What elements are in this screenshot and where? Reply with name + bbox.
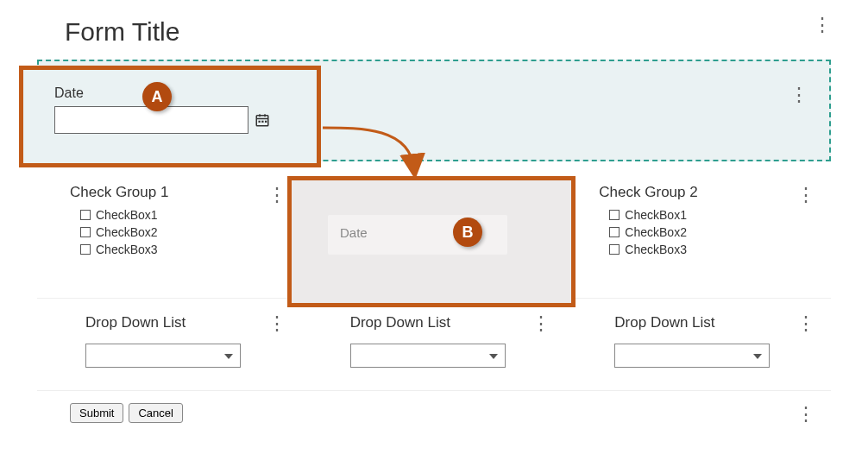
checkbox-label: CheckBox1	[96, 208, 158, 222]
calendar-icon[interactable]	[254, 111, 271, 129]
page-title: Form Title	[22, 9, 846, 60]
list-item[interactable]: CheckBox1	[80, 208, 269, 222]
dropdown-label: Drop Down List	[350, 314, 534, 331]
checkbox-label: CheckBox3	[625, 243, 687, 256]
group-menu-icon[interactable]	[796, 186, 808, 205]
dropdown-label: Drop Down List	[85, 314, 269, 331]
list-item[interactable]: CheckBox3	[609, 243, 798, 256]
group-title: Check Group 1	[70, 184, 269, 201]
checkbox-label: CheckBox3	[96, 243, 158, 256]
group-menu-icon[interactable]	[267, 186, 280, 205]
cancel-button[interactable]: Cancel	[129, 403, 182, 423]
checkbox-icon[interactable]	[80, 244, 91, 255]
checkbox-icon[interactable]	[609, 210, 620, 220]
list-item[interactable]: CheckBox3	[80, 243, 269, 256]
dropdown-select[interactable]	[350, 344, 506, 368]
dropdown-col-1: Drop Down List	[37, 299, 302, 383]
check-group-2: Check Group 2 CheckBox1 CheckBox2 CheckB…	[566, 172, 831, 272]
list-item[interactable]: CheckBox2	[80, 225, 269, 239]
ghost-field-label: Date	[340, 225, 368, 240]
submit-button[interactable]: Submit	[70, 403, 123, 423]
page-menu-icon[interactable]	[813, 16, 825, 35]
group-menu-icon[interactable]	[531, 314, 544, 333]
group-menu-icon[interactable]	[267, 314, 280, 333]
highlight-a: Date	[19, 66, 321, 167]
dropdown-select[interactable]	[85, 344, 241, 368]
footer-menu-icon[interactable]	[796, 405, 808, 424]
check-group-1: Check Group 1 CheckBox1 CheckBox2 CheckB…	[37, 172, 302, 272]
checkbox-icon[interactable]	[80, 227, 91, 237]
checkbox-label: CheckBox2	[625, 225, 687, 239]
group-menu-icon[interactable]	[796, 314, 808, 333]
checkbox-label: CheckBox1	[625, 208, 687, 222]
dropdown-col-3: Drop Down List	[566, 299, 831, 383]
dropdown-select[interactable]	[614, 344, 770, 368]
footer-row: Submit Cancel	[37, 390, 831, 432]
checkbox-icon[interactable]	[609, 244, 620, 255]
annotation-badge-b: B	[453, 218, 482, 247]
list-item[interactable]: CheckBox1	[609, 208, 798, 222]
dropdown-col-2: Drop Down List	[302, 299, 567, 383]
svg-rect-4	[259, 121, 261, 123]
annotation-badge-a: A	[142, 82, 172, 111]
checkbox-icon[interactable]	[80, 210, 91, 220]
date-field-row	[54, 106, 298, 134]
dropdown-row: Drop Down List Drop Down List Drop Down …	[37, 298, 831, 383]
checkbox-icon[interactable]	[609, 227, 620, 237]
group-title: Check Group 2	[599, 184, 798, 201]
list-item[interactable]: CheckBox2	[609, 225, 798, 239]
checklist: CheckBox1 CheckBox2 CheckBox3	[70, 208, 269, 256]
svg-rect-5	[261, 121, 263, 123]
date-field-label: Date	[54, 85, 298, 101]
svg-rect-6	[265, 121, 267, 123]
checkbox-label: CheckBox2	[96, 225, 158, 239]
highlight-b: Date	[287, 176, 576, 307]
dropzone-menu-icon[interactable]	[789, 85, 802, 104]
dropdown-label: Drop Down List	[614, 314, 798, 331]
checklist: CheckBox1 CheckBox2 CheckBox3	[599, 208, 798, 256]
